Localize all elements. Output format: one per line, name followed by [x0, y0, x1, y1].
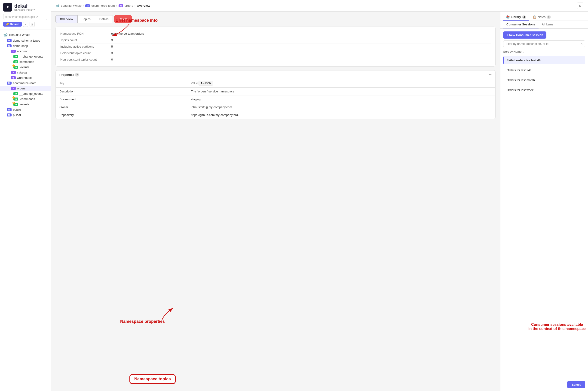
- breadcrumb: 🐋 Beautiful Whale › te ecommerce-team › …: [55, 4, 150, 7]
- props-table-header: Key Value As JSON: [56, 79, 495, 88]
- sidebar-item-commands-1[interactable]: to commands: [0, 59, 51, 65]
- filter-clear-icon[interactable]: ✕: [580, 42, 583, 46]
- whale-icon: 🐋: [3, 33, 8, 37]
- sidebar-item-public[interactable]: te public: [0, 107, 51, 112]
- info-label-fqn: Namespace FQN: [60, 32, 111, 35]
- filter-input[interactable]: [506, 42, 579, 46]
- prop-key-description: Description: [56, 88, 187, 96]
- ns-badge: ns: [11, 76, 16, 79]
- right-sub-tab-bar: Consumer Sessions All Items: [500, 21, 588, 29]
- sidebar-item-label: events: [20, 102, 29, 106]
- sidebar-item-warehouse[interactable]: ns warehouse: [0, 75, 51, 80]
- search-box[interactable]: tenant/namespace/topic ✕: [3, 14, 47, 20]
- sidebar-item-pulsar[interactable]: te pulsar: [0, 112, 51, 118]
- te-badge: te: [7, 108, 11, 111]
- subtab-consumer-sessions[interactable]: Consumer Sessions: [503, 21, 539, 28]
- sidebar-item-change-events-2[interactable]: to __change_events: [0, 91, 51, 96]
- properties-table: Key Value As JSON Description The "order…: [56, 79, 495, 119]
- app-subtitle: for Apache Pulsar™: [14, 8, 35, 11]
- sidebar-item-catalog[interactable]: ns catalog: [0, 70, 51, 75]
- tab-topics[interactable]: Topics: [78, 15, 95, 23]
- to-badge: to: [13, 92, 18, 95]
- library-count: 4: [522, 15, 526, 19]
- edit-properties-icon[interactable]: ✏: [489, 73, 491, 77]
- info-row-active-partitions: Including active partitions 5: [60, 43, 491, 50]
- subtab-all-items[interactable]: All Items: [539, 21, 557, 28]
- default-badge[interactable]: 🔑 Default: [3, 22, 22, 27]
- info-row-topics-count: Topics count 3: [60, 37, 491, 43]
- sidebar-item-events-2[interactable]: P to events: [0, 102, 51, 107]
- sidebar-item-label: account: [17, 49, 28, 53]
- tab-details[interactable]: Details: [95, 15, 113, 23]
- clear-search-icon[interactable]: ✕: [36, 15, 45, 18]
- notes-count: 0: [547, 15, 551, 19]
- sidebar-item-label: ecommerce-team: [13, 81, 36, 85]
- new-session-button[interactable]: + New Consumer Session: [503, 31, 546, 39]
- session-item-orders-month[interactable]: Orders for last month: [503, 76, 585, 84]
- sidebar-item-ecommerce-team[interactable]: te ecommerce-team: [0, 80, 51, 86]
- te-badge: te: [7, 44, 11, 47]
- content-wrapper: Overview Topics Details Delete Namespace…: [51, 11, 588, 391]
- ns-badge-crumb: ns: [118, 4, 123, 7]
- prop-row-owner: Owner john_smith@my-company.com: [56, 103, 495, 111]
- tab-library[interactable]: 📚 Library 4: [503, 14, 529, 20]
- select-button[interactable]: Select: [567, 381, 585, 388]
- info-row-persistent-count: Persistent topics count 3: [60, 50, 491, 56]
- sidebar-item-beautiful-whale[interactable]: 🐋 Beautiful Whale: [0, 32, 51, 38]
- app-title: dekaf: [14, 3, 35, 8]
- copy-button[interactable]: ⧉: [577, 2, 583, 9]
- props-col-value: Value As JSON: [187, 79, 495, 88]
- sidebar-item-label: orders: [17, 87, 26, 90]
- prop-value-repository: https://github.com/my-company/ord...: [187, 111, 495, 119]
- to-badge: to: [13, 55, 18, 58]
- sort-label: Sort by Name ↓: [503, 50, 524, 53]
- sidebar-item-demo-schema-types[interactable]: te demo-schema-types: [0, 38, 51, 43]
- close-default-btn[interactable]: ✕: [23, 22, 28, 27]
- props-title: Properties ?: [59, 73, 79, 77]
- tab-notes[interactable]: 📋 Notes 0: [530, 14, 554, 20]
- sep2: ›: [116, 4, 117, 7]
- info-label-topics-count: Topics count: [60, 38, 111, 42]
- breadcrumb-beautiful-whale[interactable]: Beautiful Whale: [61, 4, 82, 7]
- sep3: ›: [134, 4, 135, 7]
- sidebar-item-label: catalog: [17, 71, 27, 74]
- session-item-failed-orders[interactable]: Failed orders for last 48h: [503, 56, 585, 64]
- sort-row[interactable]: Sort by Name ↓: [503, 49, 585, 54]
- prop-key-repository: Repository: [56, 111, 187, 119]
- left-panel: Overview Topics Details Delete Namespace…: [51, 11, 500, 391]
- sidebar: ✦ dekaf for Apache Pulsar™ tenant/namesp…: [0, 0, 51, 391]
- prop-value-description: The "orders" service namespace: [187, 88, 495, 96]
- info-row-nonpersistent-count: Non-persistent topics count 0: [60, 56, 491, 63]
- help-icon[interactable]: ?: [75, 73, 79, 77]
- sidebar-item-label: commands: [19, 60, 34, 64]
- prop-row-repository: Repository https://github.com/my-company…: [56, 111, 495, 119]
- main-area: 🐋 Beautiful Whale › te ecommerce-team › …: [51, 0, 588, 391]
- info-value-active-partitions: 5: [111, 45, 113, 48]
- target-icon-btn[interactable]: ◎: [30, 22, 35, 27]
- tab-overview[interactable]: Overview: [55, 15, 78, 23]
- ns-badge: ns: [11, 71, 16, 74]
- session-item-orders-24h[interactable]: Orders for last 24h: [503, 66, 585, 74]
- sidebar-item-label: Beautiful Whale: [9, 33, 30, 36]
- as-json-button[interactable]: As JSON: [198, 81, 213, 86]
- sidebar-item-commands-2[interactable]: P to commands: [0, 96, 51, 102]
- info-value-topics-count: 3: [111, 38, 113, 42]
- breadcrumb-ecommerce-team[interactable]: ecommerce-team: [91, 4, 115, 7]
- filter-box[interactable]: ✕: [503, 40, 585, 47]
- sidebar-item-demo-shop[interactable]: te demo-shop: [0, 43, 51, 49]
- sidebar-item-events-1[interactable]: P to events: [0, 65, 51, 70]
- breadcrumb-icon: 🐋: [55, 4, 59, 7]
- session-item-orders-week[interactable]: Orders for last week: [503, 86, 585, 94]
- breadcrumb-orders[interactable]: orders: [125, 4, 133, 7]
- sidebar-item-change-events-1[interactable]: to __change_events: [0, 54, 51, 59]
- tab-delete[interactable]: Delete: [114, 15, 132, 23]
- sidebar-item-account[interactable]: ns account: [0, 49, 51, 54]
- props-col-key: Key: [56, 79, 187, 88]
- p-badge: P: [12, 65, 15, 67]
- sidebar-item-orders[interactable]: ns orders: [0, 86, 51, 91]
- notes-icon: 📋: [533, 15, 536, 19]
- props-header: Properties ? ✏: [56, 71, 495, 79]
- ns-badge: ns: [11, 87, 16, 90]
- properties-card: Properties ? ✏ Key Value As JSON: [55, 70, 495, 119]
- main-tab-bar: Overview Topics Details Delete: [55, 15, 495, 23]
